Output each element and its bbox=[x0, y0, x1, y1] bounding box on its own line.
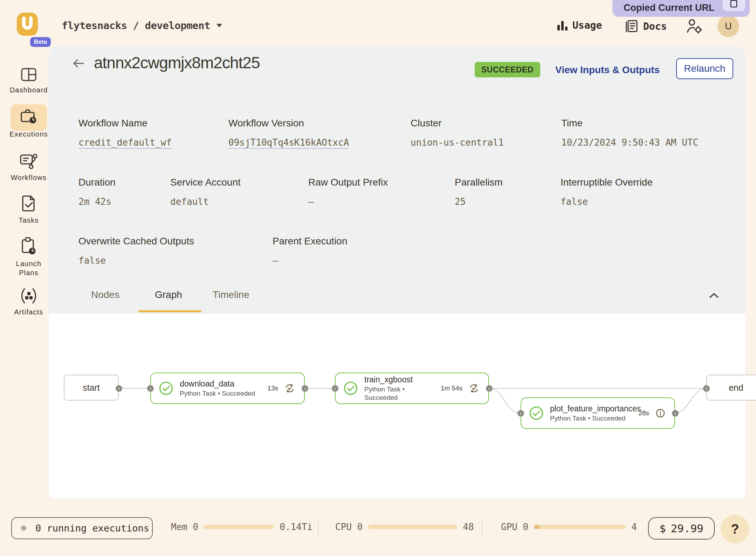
sidebar-item-launch-plans[interactable]: Launch Plans bbox=[0, 237, 57, 277]
field-value: false bbox=[561, 196, 653, 207]
node-title: download_data bbox=[180, 379, 261, 389]
docs-nav[interactable]: Docs bbox=[624, 19, 667, 34]
port-icon: › bbox=[116, 385, 122, 392]
node-label: end bbox=[729, 383, 743, 393]
check-circle-icon bbox=[343, 381, 358, 396]
field-parent-execution: Parent Execution – bbox=[273, 236, 347, 266]
sidebar-label: Dashboard bbox=[10, 85, 48, 95]
gauge-max: 0.14Ti bbox=[280, 522, 312, 532]
cpu-gauge: CPU 0 48 bbox=[335, 522, 474, 532]
workflow-name-link[interactable]: credit_default_wf bbox=[78, 137, 172, 148]
sidebar-item-workflows[interactable]: Workflows bbox=[0, 152, 57, 182]
gauge-bar bbox=[368, 525, 457, 529]
node-subtitle: Python Task • Succeeded bbox=[550, 414, 632, 423]
gauge-max: 48 bbox=[463, 522, 474, 532]
field-label: Parent Execution bbox=[273, 236, 347, 246]
divider bbox=[318, 520, 318, 538]
tab-timeline[interactable]: Timeline bbox=[213, 289, 249, 300]
user-settings-icon[interactable] bbox=[686, 18, 703, 34]
cache-icon bbox=[284, 383, 295, 394]
tab-graph[interactable]: Graph bbox=[155, 289, 182, 300]
field-value: – bbox=[308, 196, 388, 207]
sidebar-item-dashboard[interactable]: Dashboard bbox=[0, 67, 57, 95]
gauge-bar bbox=[204, 525, 274, 529]
gauge-label: Mem 0 bbox=[171, 522, 198, 532]
running-executions-pill[interactable]: 0 running executions bbox=[11, 517, 153, 539]
field-workflow-name: Workflow Name credit_default_wf bbox=[78, 118, 172, 148]
executions-icon bbox=[19, 107, 38, 125]
sidebar-item-executions[interactable]: Executions bbox=[0, 107, 57, 139]
gauge-bar bbox=[534, 525, 626, 529]
node-text: plot_feature_importances Python Task • S… bbox=[550, 404, 632, 423]
status-badge: SUCCEEDED bbox=[475, 62, 540, 77]
check-circle-icon bbox=[529, 406, 544, 421]
view-inputs-outputs-link[interactable]: View Inputs & Outputs bbox=[555, 64, 660, 76]
field-label: Workflow Name bbox=[78, 118, 147, 128]
field-label: Interruptible Override bbox=[561, 177, 653, 188]
tooltip-text: Copied Current URL bbox=[624, 2, 715, 13]
avatar[interactable]: U bbox=[717, 15, 739, 37]
graph-node-download-data[interactable]: download_data Python Task • Succeeded 13… bbox=[150, 373, 305, 404]
workflows-icon bbox=[19, 152, 38, 169]
field-label: Raw Output Prefix bbox=[308, 177, 388, 188]
node-label: start bbox=[83, 383, 100, 393]
copy-icon bbox=[729, 0, 738, 11]
union-logo-glyph bbox=[17, 13, 38, 36]
sidebar-label: Launch bbox=[16, 259, 42, 268]
union-logo[interactable] bbox=[17, 13, 38, 36]
field-label: Parallelism bbox=[455, 177, 503, 188]
field-label: Workflow Version bbox=[228, 118, 304, 128]
dashboard-icon bbox=[20, 67, 37, 82]
graph-node-plot-feature-importances[interactable]: plot_feature_importances Python Task • S… bbox=[521, 397, 675, 429]
memory-gauge: Mem 0 0.14Ti bbox=[171, 522, 312, 532]
node-duration: 28s bbox=[638, 409, 649, 417]
node-title: train_xgboost bbox=[364, 375, 434, 384]
field-label: Overwrite Cached Outputs bbox=[78, 236, 194, 246]
usage-nav[interactable]: Usage bbox=[556, 19, 602, 32]
bar-chart-icon bbox=[556, 19, 568, 32]
graph-node-end[interactable]: end bbox=[706, 375, 756, 401]
collapse-chevron-icon[interactable] bbox=[708, 292, 720, 299]
usage-label: Usage bbox=[572, 20, 602, 31]
chevron-down-icon[interactable] bbox=[217, 24, 222, 27]
port-icon: › bbox=[332, 385, 338, 392]
port-icon: › bbox=[147, 385, 154, 392]
page-title: atnnx2cwgmjx8m2cht25 bbox=[94, 53, 260, 72]
workflow-version-link[interactable]: 09sjT10qTq4sK16kAOtxcA bbox=[228, 137, 349, 148]
port-icon: › bbox=[302, 385, 308, 392]
gauge-label: CPU 0 bbox=[335, 522, 363, 532]
graph-node-train-xgboost[interactable]: train_xgboost Python Task • Succeeded 1m… bbox=[335, 373, 489, 404]
help-button[interactable]: ? bbox=[721, 515, 749, 543]
field-interruptible-override: Interruptible Override false bbox=[561, 177, 653, 207]
field-overwrite-cached-outputs: Overwrite Cached Outputs false bbox=[78, 236, 194, 266]
copied-url-tooltip: Copied Current URL bbox=[612, 0, 750, 17]
relaunch-label: Relaunch bbox=[684, 63, 725, 74]
field-raw-output-prefix: Raw Output Prefix – bbox=[308, 177, 388, 207]
divider bbox=[482, 520, 482, 538]
breadcrumb[interactable]: flytesnacks / development bbox=[62, 20, 210, 32]
node-title: plot_feature_importances bbox=[550, 404, 632, 413]
artifacts-icon bbox=[20, 288, 38, 304]
field-value: 25 bbox=[455, 196, 503, 207]
dollar-icon: $ bbox=[659, 522, 666, 535]
node-duration: 1m 54s bbox=[441, 384, 462, 392]
sidebar-label: Tasks bbox=[19, 216, 39, 225]
cache-icon bbox=[469, 383, 479, 394]
node-text: download_data Python Task • Succeeded bbox=[180, 379, 261, 398]
copy-url-button[interactable] bbox=[722, 0, 745, 11]
back-arrow-icon[interactable] bbox=[72, 58, 85, 69]
tasks-icon bbox=[21, 195, 37, 212]
info-icon[interactable] bbox=[655, 408, 665, 418]
node-duration: 13s bbox=[267, 384, 278, 392]
sidebar-label: Artifacts bbox=[14, 307, 43, 317]
cost-pill[interactable]: $ 29.99 bbox=[648, 517, 715, 540]
field-cluster: Cluster union-us-central1 bbox=[411, 118, 504, 148]
sidebar-item-tasks[interactable]: Tasks bbox=[0, 195, 57, 225]
field-value: 10/23/2024 9:50:43 AM UTC bbox=[561, 137, 698, 148]
graph-node-start[interactable]: start bbox=[64, 375, 119, 401]
sidebar-item-artifacts[interactable]: Artifacts bbox=[0, 288, 57, 317]
tab-nodes[interactable]: Nodes bbox=[91, 289, 119, 300]
field-label: Time bbox=[561, 118, 583, 128]
relaunch-button[interactable]: Relaunch bbox=[676, 58, 733, 79]
field-workflow-version: Workflow Version 09sjT10qTq4sK16kAOtxcA bbox=[228, 118, 349, 148]
